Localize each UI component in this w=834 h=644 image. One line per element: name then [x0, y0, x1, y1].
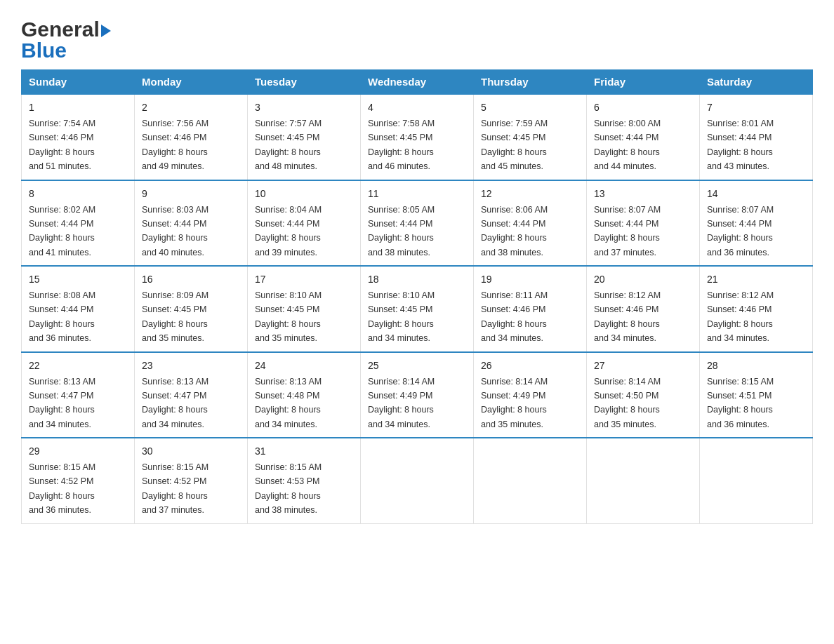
day-info: Sunrise: 8:13 AMSunset: 4:47 PMDaylight:…: [29, 377, 95, 429]
day-number: 2: [142, 100, 240, 115]
day-info: Sunrise: 8:15 AMSunset: 4:52 PMDaylight:…: [142, 462, 208, 515]
calendar-cell: 5Sunrise: 7:59 AMSunset: 4:45 PMDaylight…: [474, 94, 587, 180]
calendar-table: SundayMondayTuesdayWednesdayThursdayFrid…: [21, 69, 813, 524]
day-info: Sunrise: 8:02 AMSunset: 4:44 PMDaylight:…: [29, 205, 95, 257]
calendar-cell: 6Sunrise: 8:00 AMSunset: 4:44 PMDaylight…: [587, 94, 700, 180]
calendar-week-row: 8Sunrise: 8:02 AMSunset: 4:44 PMDaylight…: [22, 180, 813, 267]
calendar-cell: [474, 438, 587, 523]
day-number: 16: [142, 272, 240, 287]
day-info: Sunrise: 8:04 AMSunset: 4:44 PMDaylight:…: [255, 205, 322, 257]
calendar-cell: 29Sunrise: 8:15 AMSunset: 4:52 PMDayligh…: [22, 438, 135, 523]
calendar-cell: 9Sunrise: 8:03 AMSunset: 4:44 PMDaylight…: [135, 180, 248, 267]
calendar-cell: 20Sunrise: 8:12 AMSunset: 4:46 PMDayligh…: [587, 266, 700, 352]
calendar-cell: 8Sunrise: 8:02 AMSunset: 4:44 PMDaylight…: [22, 180, 135, 267]
calendar-cell: 7Sunrise: 8:01 AMSunset: 4:44 PMDaylight…: [700, 94, 813, 180]
calendar-cell: 31Sunrise: 8:15 AMSunset: 4:53 PMDayligh…: [248, 438, 361, 523]
day-number: 27: [594, 358, 692, 373]
calendar-cell: 12Sunrise: 8:06 AMSunset: 4:44 PMDayligh…: [474, 180, 587, 267]
calendar-cell: [361, 438, 474, 523]
day-info: Sunrise: 8:07 AMSunset: 4:44 PMDaylight:…: [707, 205, 774, 257]
day-info: Sunrise: 8:10 AMSunset: 4:45 PMDaylight:…: [368, 290, 435, 343]
day-number: 22: [29, 358, 127, 373]
day-info: Sunrise: 8:14 AMSunset: 4:50 PMDaylight:…: [594, 377, 661, 429]
calendar-cell: 18Sunrise: 8:10 AMSunset: 4:45 PMDayligh…: [361, 266, 474, 352]
day-info: Sunrise: 8:14 AMSunset: 4:49 PMDaylight:…: [481, 377, 548, 429]
day-number: 18: [368, 272, 466, 287]
logo-triangle: [101, 25, 111, 37]
day-info: Sunrise: 8:05 AMSunset: 4:44 PMDaylight:…: [368, 205, 435, 257]
calendar-cell: 1Sunrise: 7:54 AMSunset: 4:46 PMDaylight…: [22, 94, 135, 180]
calendar-cell: 15Sunrise: 8:08 AMSunset: 4:44 PMDayligh…: [22, 266, 135, 352]
day-info: Sunrise: 8:12 AMSunset: 4:46 PMDaylight:…: [707, 290, 774, 343]
calendar-cell: 22Sunrise: 8:13 AMSunset: 4:47 PMDayligh…: [22, 352, 135, 438]
day-number: 10: [255, 187, 353, 201]
calendar-cell: 27Sunrise: 8:14 AMSunset: 4:50 PMDayligh…: [587, 352, 700, 438]
day-number: 24: [255, 358, 353, 373]
page-header: General Blue: [21, 14, 813, 62]
calendar-cell: 25Sunrise: 8:14 AMSunset: 4:49 PMDayligh…: [361, 352, 474, 438]
day-info: Sunrise: 8:13 AMSunset: 4:48 PMDaylight:…: [255, 377, 322, 429]
day-number: 30: [142, 444, 240, 459]
day-info: Sunrise: 8:15 AMSunset: 4:53 PMDaylight:…: [255, 462, 322, 515]
day-info: Sunrise: 8:15 AMSunset: 4:51 PMDaylight:…: [707, 377, 774, 429]
calendar-cell: 10Sunrise: 8:04 AMSunset: 4:44 PMDayligh…: [248, 180, 361, 267]
calendar-week-row: 15Sunrise: 8:08 AMSunset: 4:44 PMDayligh…: [22, 266, 813, 352]
calendar-cell: [700, 438, 813, 523]
day-number: 1: [29, 100, 127, 115]
calendar-cell: 19Sunrise: 8:11 AMSunset: 4:46 PMDayligh…: [474, 266, 587, 352]
day-info: Sunrise: 7:57 AMSunset: 4:45 PMDaylight:…: [255, 119, 322, 171]
calendar-cell: 14Sunrise: 8:07 AMSunset: 4:44 PMDayligh…: [700, 180, 813, 267]
calendar-cell: 4Sunrise: 7:58 AMSunset: 4:45 PMDaylight…: [361, 94, 474, 180]
day-info: Sunrise: 7:54 AMSunset: 4:46 PMDaylight:…: [29, 119, 95, 171]
day-number: 17: [255, 272, 353, 287]
col-header-wednesday: Wednesday: [361, 70, 474, 95]
day-info: Sunrise: 7:59 AMSunset: 4:45 PMDaylight:…: [481, 119, 548, 171]
calendar-cell: 28Sunrise: 8:15 AMSunset: 4:51 PMDayligh…: [700, 352, 813, 438]
calendar-cell: [587, 438, 700, 523]
day-number: 9: [142, 187, 240, 201]
day-number: 15: [29, 272, 127, 287]
calendar-cell: 2Sunrise: 7:56 AMSunset: 4:46 PMDaylight…: [135, 94, 248, 180]
logo-blue-text: Blue: [21, 39, 67, 62]
calendar-cell: 24Sunrise: 8:13 AMSunset: 4:48 PMDayligh…: [248, 352, 361, 438]
day-info: Sunrise: 8:00 AMSunset: 4:44 PMDaylight:…: [594, 119, 661, 171]
calendar-cell: 17Sunrise: 8:10 AMSunset: 4:45 PMDayligh…: [248, 266, 361, 352]
day-info: Sunrise: 8:10 AMSunset: 4:45 PMDaylight:…: [255, 290, 322, 343]
day-number: 20: [594, 272, 692, 287]
day-info: Sunrise: 8:13 AMSunset: 4:47 PMDaylight:…: [142, 377, 208, 429]
day-number: 12: [481, 187, 579, 201]
col-header-saturday: Saturday: [700, 70, 813, 95]
day-number: 23: [142, 358, 240, 373]
logo: General Blue: [21, 14, 111, 62]
calendar-cell: 26Sunrise: 8:14 AMSunset: 4:49 PMDayligh…: [474, 352, 587, 438]
day-number: 13: [594, 187, 692, 201]
col-header-sunday: Sunday: [22, 70, 135, 95]
col-header-monday: Monday: [135, 70, 248, 95]
day-info: Sunrise: 8:03 AMSunset: 4:44 PMDaylight:…: [142, 205, 208, 257]
day-number: 26: [481, 358, 579, 373]
calendar-cell: 21Sunrise: 8:12 AMSunset: 4:46 PMDayligh…: [700, 266, 813, 352]
day-number: 5: [481, 100, 579, 115]
day-info: Sunrise: 8:15 AMSunset: 4:52 PMDaylight:…: [29, 462, 95, 515]
col-header-tuesday: Tuesday: [248, 70, 361, 95]
logo-general-text: General: [21, 18, 100, 41]
day-info: Sunrise: 7:56 AMSunset: 4:46 PMDaylight:…: [142, 119, 208, 171]
calendar-cell: 30Sunrise: 8:15 AMSunset: 4:52 PMDayligh…: [135, 438, 248, 523]
day-info: Sunrise: 8:01 AMSunset: 4:44 PMDaylight:…: [707, 119, 774, 171]
day-info: Sunrise: 8:08 AMSunset: 4:44 PMDaylight:…: [29, 290, 95, 343]
calendar-cell: 11Sunrise: 8:05 AMSunset: 4:44 PMDayligh…: [361, 180, 474, 267]
day-info: Sunrise: 8:14 AMSunset: 4:49 PMDaylight:…: [368, 377, 435, 429]
day-info: Sunrise: 8:06 AMSunset: 4:44 PMDaylight:…: [481, 205, 548, 257]
calendar-header-row: SundayMondayTuesdayWednesdayThursdayFrid…: [22, 70, 813, 95]
calendar-cell: 3Sunrise: 7:57 AMSunset: 4:45 PMDaylight…: [248, 94, 361, 180]
col-header-thursday: Thursday: [474, 70, 587, 95]
calendar-week-row: 1Sunrise: 7:54 AMSunset: 4:46 PMDaylight…: [22, 94, 813, 180]
day-info: Sunrise: 8:09 AMSunset: 4:45 PMDaylight:…: [142, 290, 208, 343]
day-number: 6: [594, 100, 692, 115]
day-number: 8: [29, 187, 127, 201]
day-info: Sunrise: 7:58 AMSunset: 4:45 PMDaylight:…: [368, 119, 435, 171]
day-number: 31: [255, 444, 353, 459]
day-number: 29: [29, 444, 127, 459]
calendar-week-row: 22Sunrise: 8:13 AMSunset: 4:47 PMDayligh…: [22, 352, 813, 438]
col-header-friday: Friday: [587, 70, 700, 95]
